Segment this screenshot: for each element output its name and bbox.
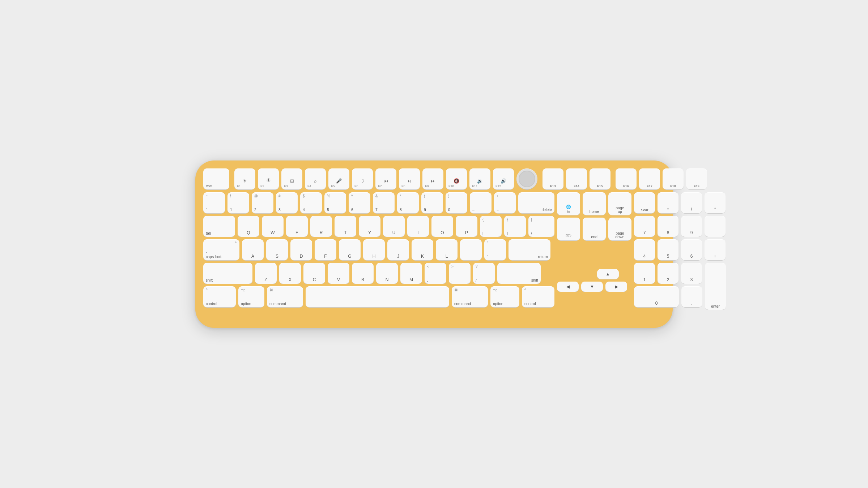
- key-numpad-8[interactable]: 8: [658, 216, 678, 237]
- key-numpad-divide[interactable]: /: [681, 192, 702, 213]
- key-1[interactable]: ! 1: [227, 192, 249, 213]
- key-pageup[interactable]: page up: [608, 192, 631, 215]
- key-z[interactable]: Z: [255, 263, 277, 284]
- key-f4[interactable]: ⌕ F4: [305, 168, 326, 189]
- key-f7[interactable]: ⏮ F7: [375, 168, 396, 189]
- key-j[interactable]: J: [387, 239, 409, 260]
- key-i[interactable]: I: [407, 216, 429, 237]
- key-semicolon[interactable]: : ;: [460, 239, 482, 260]
- key-numpad-9[interactable]: 9: [681, 216, 702, 237]
- key-command-left[interactable]: ⌘ command: [267, 286, 303, 307]
- key-f8[interactable]: ⏯ F8: [399, 168, 420, 189]
- key-rbracket[interactable]: } ]: [504, 216, 526, 237]
- key-f13[interactable]: F13: [542, 168, 563, 189]
- key-control-right[interactable]: ^ control: [522, 286, 554, 307]
- key-8[interactable]: * 8: [397, 192, 419, 213]
- key-f2[interactable]: ☀ F2: [258, 168, 279, 189]
- key-x[interactable]: X: [279, 263, 301, 284]
- key-shift-left[interactable]: shift: [203, 263, 252, 284]
- key-d[interactable]: D: [290, 239, 312, 260]
- key-a[interactable]: A: [242, 239, 264, 260]
- key-quote[interactable]: " ': [484, 239, 506, 260]
- key-del-forward[interactable]: ⌦: [557, 218, 580, 240]
- key-f11[interactable]: 🔉 F11: [469, 168, 490, 189]
- key-option-right[interactable]: ⌥ option: [490, 286, 519, 307]
- key-numpad-6[interactable]: 6: [681, 239, 702, 260]
- key-n[interactable]: N: [376, 263, 398, 284]
- key-option-left[interactable]: ⌥ option: [238, 286, 264, 307]
- key-f19[interactable]: F19: [686, 168, 707, 189]
- key-fn[interactable]: 🌐 fn: [557, 192, 580, 215]
- key-f16[interactable]: F16: [616, 168, 637, 189]
- key-o[interactable]: O: [431, 216, 453, 237]
- key-numpad-clear[interactable]: clear: [634, 192, 655, 213]
- key-command-right[interactable]: ⌘ command: [452, 286, 488, 307]
- key-end[interactable]: end: [583, 218, 606, 240]
- key-m[interactable]: M: [400, 263, 422, 284]
- key-equals[interactable]: + =: [494, 192, 516, 213]
- key-v[interactable]: V: [328, 263, 349, 284]
- key-numpad-3[interactable]: 3: [681, 263, 702, 284]
- key-comma[interactable]: < ,: [425, 263, 446, 284]
- key-arrow-left[interactable]: ◀: [557, 282, 579, 292]
- key-q[interactable]: Q: [238, 216, 259, 237]
- key-2[interactable]: @ 2: [252, 192, 273, 213]
- key-numpad-2[interactable]: 2: [658, 263, 678, 284]
- key-pagedown[interactable]: page down: [608, 218, 631, 240]
- key-t[interactable]: T: [335, 216, 356, 237]
- key-numpad-7[interactable]: 7: [634, 216, 655, 237]
- key-numpad-minus[interactable]: –: [705, 216, 726, 237]
- key-numpad-0[interactable]: 0: [634, 286, 679, 307]
- key-p[interactable]: P: [456, 216, 477, 237]
- key-numpad-4[interactable]: 4: [634, 239, 655, 260]
- key-f14[interactable]: F14: [566, 168, 587, 189]
- key-f6[interactable]: ☽ F6: [352, 168, 373, 189]
- key-6[interactable]: ^ 6: [349, 192, 370, 213]
- key-g[interactable]: G: [339, 239, 361, 260]
- key-3[interactable]: # 3: [276, 192, 298, 213]
- key-f17[interactable]: F17: [639, 168, 660, 189]
- key-numpad-plus[interactable]: +: [705, 239, 726, 260]
- key-capslock[interactable]: * caps lock: [203, 239, 239, 260]
- key-y[interactable]: Y: [359, 216, 380, 237]
- key-r[interactable]: R: [310, 216, 332, 237]
- key-9[interactable]: ( 9: [421, 192, 443, 213]
- key-numpad-equals[interactable]: =: [658, 192, 678, 213]
- key-7[interactable]: & 7: [373, 192, 395, 213]
- key-home[interactable]: home: [583, 192, 606, 215]
- key-b[interactable]: B: [352, 263, 374, 284]
- key-control-left[interactable]: ^ control: [203, 286, 236, 307]
- key-f12[interactable]: 🔊 F12: [493, 168, 514, 189]
- key-l[interactable]: L: [436, 239, 458, 260]
- key-f3[interactable]: ⊞ F3: [281, 168, 302, 189]
- key-f10[interactable]: 🔇 F10: [446, 168, 467, 189]
- key-arrow-right[interactable]: ▶: [605, 282, 627, 292]
- key-f9[interactable]: ⏭ F9: [422, 168, 443, 189]
- key-arrow-up[interactable]: ▲: [597, 269, 619, 279]
- key-arrow-down[interactable]: ▼: [581, 282, 603, 292]
- key-u[interactable]: U: [383, 216, 405, 237]
- key-f[interactable]: F: [315, 239, 336, 260]
- key-w[interactable]: W: [262, 216, 284, 237]
- key-f18[interactable]: F18: [663, 168, 684, 189]
- key-return[interactable]: return: [509, 239, 550, 260]
- key-tab[interactable]: tab: [203, 216, 235, 237]
- key-delete[interactable]: delete: [518, 192, 554, 213]
- key-s[interactable]: S: [266, 239, 288, 260]
- key-numpad-multiply[interactable]: *: [705, 192, 726, 213]
- key-f5[interactable]: 🎤 F5: [328, 168, 349, 189]
- key-backtick[interactable]: ~ `: [203, 192, 225, 213]
- key-f1[interactable]: ☀ F1: [234, 168, 255, 189]
- key-numpad-enter[interactable]: enter: [705, 263, 726, 310]
- key-c[interactable]: C: [303, 263, 325, 284]
- key-0[interactable]: ) 0: [446, 192, 467, 213]
- key-k[interactable]: K: [412, 239, 433, 260]
- key-shift-right[interactable]: shift: [497, 263, 541, 284]
- key-4[interactable]: $ 4: [300, 192, 322, 213]
- key-period[interactable]: > .: [449, 263, 471, 284]
- key-5[interactable]: % 5: [324, 192, 346, 213]
- key-backslash[interactable]: | \: [528, 216, 554, 237]
- key-f15[interactable]: F15: [590, 168, 610, 189]
- key-space[interactable]: [306, 286, 449, 307]
- key-e[interactable]: E: [286, 216, 308, 237]
